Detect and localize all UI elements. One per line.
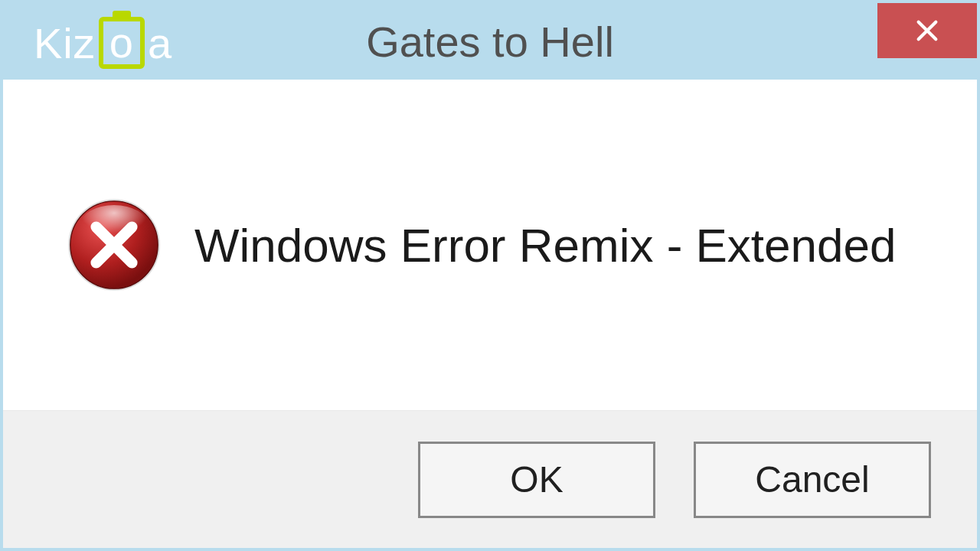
window-title: Gates to Hell — [366, 17, 614, 67]
ok-button[interactable]: OK — [418, 442, 655, 518]
content-area: Windows Error Remix - Extended — [3, 80, 977, 410]
dialog-window: Kiz o a Gates to Hell — [0, 0, 980, 551]
close-icon — [914, 18, 940, 44]
titlebar: Kiz o a Gates to Hell — [3, 3, 977, 80]
watermark-logo: Kiz o a — [34, 17, 172, 69]
error-icon — [64, 195, 164, 295]
message-text: Windows Error Remix - Extended — [194, 218, 897, 272]
cancel-button[interactable]: Cancel — [694, 442, 931, 518]
watermark-text-post: a — [148, 18, 172, 68]
watermark-text-pre: Kiz — [34, 18, 96, 68]
watermark-text-mid: o — [109, 21, 134, 64]
close-button[interactable] — [877, 3, 977, 58]
camera-icon: o — [99, 17, 145, 69]
button-row: OK Cancel — [3, 410, 977, 548]
